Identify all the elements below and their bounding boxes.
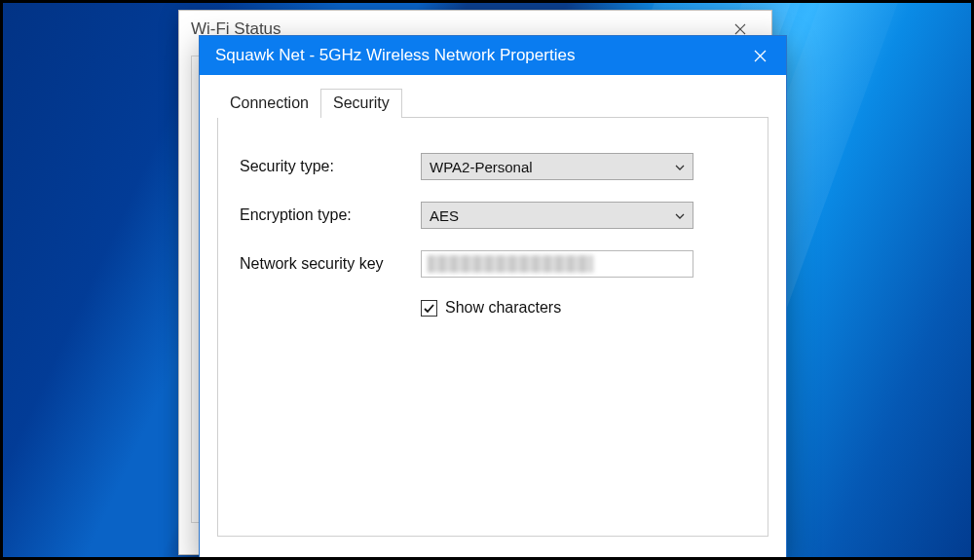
security-type-label: Security type: xyxy=(240,158,421,175)
tab-security[interactable]: Security xyxy=(320,89,402,118)
encryption-type-value: AES xyxy=(430,207,459,224)
close-button[interactable] xyxy=(733,36,786,75)
network-key-input[interactable] xyxy=(421,250,693,278)
security-type-select[interactable]: WPA2-Personal xyxy=(421,153,693,180)
tab-panel-security: Security type: WPA2-Personal Encryption … xyxy=(217,118,768,537)
encryption-type-select[interactable]: AES xyxy=(421,202,693,229)
tab-strip: Connection Security xyxy=(217,89,768,118)
check-icon xyxy=(423,302,435,315)
chevron-down-icon xyxy=(675,208,685,222)
network-properties-titlebar[interactable]: Squawk Net - 5GHz Wireless Network Prope… xyxy=(200,36,786,75)
show-characters-checkbox[interactable] xyxy=(421,300,437,317)
close-icon xyxy=(754,50,767,62)
network-properties-window: Squawk Net - 5GHz Wireless Network Prope… xyxy=(199,35,787,559)
window-title: Squawk Net - 5GHz Wireless Network Prope… xyxy=(215,46,575,65)
network-key-obscured-value xyxy=(428,255,593,273)
chevron-down-icon xyxy=(675,160,685,173)
show-characters-label: Show characters xyxy=(445,299,561,317)
network-key-label: Network security key xyxy=(240,255,421,273)
security-type-value: WPA2-Personal xyxy=(430,159,533,175)
tab-connection[interactable]: Connection xyxy=(217,89,321,118)
encryption-type-label: Encryption type: xyxy=(240,206,421,224)
